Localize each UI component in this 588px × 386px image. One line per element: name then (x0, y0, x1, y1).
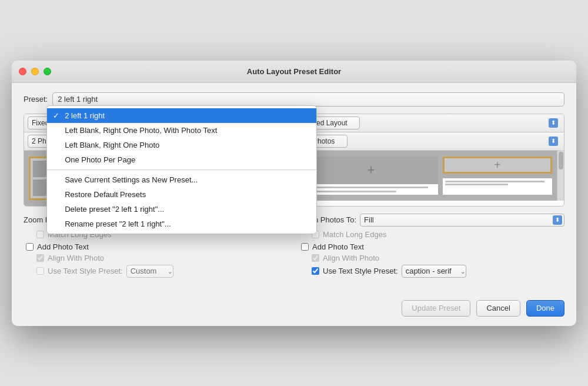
cancel-button[interactable]: Cancel (476, 300, 520, 317)
right-add-photo-text-label: Add Photo Text (312, 242, 364, 251)
dropdown-item-left-blank-right-photo-text[interactable]: Left Blank, Right One Photo, With Photo … (47, 123, 316, 138)
update-preset-button[interactable]: Update Preset (402, 300, 470, 317)
left-match-long-edges-checkbox[interactable] (36, 231, 44, 238)
right-layout-select-wrapper: Fixed Layout (303, 117, 560, 129)
right-panel-toolbar: Fixed Layout (299, 114, 564, 132)
right-text-line-2 (308, 191, 396, 192)
preset-label: Preset: (24, 95, 48, 104)
bottom-bar: Update Preset Cancel Done (12, 294, 576, 326)
left-text-style-select-wrapper: Custom ⌄ (126, 265, 173, 278)
right-text-area (304, 184, 438, 195)
right-use-text-style-checkbox[interactable] (312, 267, 319, 275)
dropdown-item-save-current[interactable]: Save Current Settings as New Preset... (47, 172, 316, 187)
maximize-button[interactable] (44, 68, 51, 75)
right-zoom-select-wrapper: Fill (360, 214, 564, 227)
right-main-col: + (304, 157, 438, 195)
preset-dropdown-menu: 2 left 1 right Left Blank, Right One Pho… (46, 105, 317, 234)
close-button[interactable] (19, 68, 26, 75)
right-col2-text (443, 178, 552, 195)
right-panel-canvas-wrapper: + + (299, 151, 564, 201)
right-layout-select-arrow (549, 118, 558, 128)
dropdown-item-delete-preset[interactable]: Delete preset "2 left 1 right"... (47, 202, 316, 217)
left-use-text-style-checkbox[interactable] (36, 267, 44, 275)
dropdown-item-2left1right[interactable]: 2 left 1 right (47, 108, 316, 123)
left-use-text-style-row: Use Text Style Preset: Custom ⌄ (24, 265, 289, 278)
right-photos-select-wrapper: 2 Photos (303, 135, 560, 148)
right-col2-photo-top: + (443, 157, 552, 174)
dropdown-divider-1 (47, 169, 316, 170)
right-add-photo-text-row: Add Photo Text (299, 242, 564, 251)
preset-select-button[interactable]: 2 left 1 right (52, 92, 564, 107)
right-use-text-style-label: Use Text Style Preset: (323, 267, 398, 275)
minimize-button[interactable] (31, 68, 39, 75)
right-photo-large: + (304, 157, 438, 184)
titlebar: Auto Layout Preset Editor (12, 61, 576, 83)
right-zoom-select[interactable]: Fill (360, 214, 564, 227)
preset-value: 2 left 1 right (58, 95, 98, 104)
right-align-with-photo-label: Align With Photo (323, 254, 379, 262)
dropdown-item-rename-preset[interactable]: Rename preset "2 left 1 right"... (47, 217, 316, 231)
window-content: Preset: 2 left 1 right 2 left 1 right Le… (12, 83, 576, 294)
left-add-photo-text-checkbox[interactable] (26, 243, 34, 251)
right-photos-toolbar: 2 Photos (299, 132, 564, 151)
right-layout-preview: + + (299, 151, 557, 201)
left-text-style-select[interactable]: Custom (126, 265, 173, 278)
right-text-line-1 (308, 187, 428, 188)
left-align-with-photo-checkbox[interactable] (36, 254, 44, 262)
main-window: Auto Layout Preset Editor Preset: 2 left… (12, 61, 576, 326)
right-add-photo-text-checkbox[interactable] (301, 243, 309, 251)
right-align-with-photo-row: Align With Photo (299, 254, 564, 262)
preset-row: Preset: 2 left 1 right 2 left 1 right Le… (24, 92, 564, 107)
traffic-lights (19, 68, 51, 75)
right-text-style-select-wrapper: caption - serif ⌄ (402, 265, 466, 278)
dropdown-item-left-blank-right-photo[interactable]: Left Blank, Right One Photo (47, 138, 316, 152)
right-use-text-style-row: Use Text Style Preset: caption - serif ⌄ (299, 265, 564, 278)
right-panel-canvas: + + (299, 151, 557, 201)
right-scroll-thumb (559, 152, 563, 169)
left-use-text-style-label: Use Text Style Preset: (48, 267, 123, 275)
dropdown-item-restore-defaults[interactable]: Restore Default Presets (47, 187, 316, 202)
left-align-with-photo-label: Align With Photo (48, 254, 104, 262)
right-align-with-photo-checkbox[interactable] (312, 254, 319, 262)
right-panel: Fixed Layout 2 Photos (299, 114, 564, 207)
right-scrollbar[interactable] (557, 151, 564, 201)
dropdown-item-one-photo-per-page[interactable]: One Photo Per Page (47, 152, 316, 167)
right-col2-text-line-1 (445, 181, 544, 182)
right-col2-text-line-2 (445, 184, 508, 185)
left-add-photo-text-label: Add Photo Text (37, 242, 89, 251)
left-align-with-photo-row: Align With Photo (24, 254, 289, 262)
right-text-style-select[interactable]: caption - serif (402, 265, 466, 278)
right-match-long-edges-label: Match Long Edges (323, 230, 386, 239)
preset-select-area: 2 left 1 right 2 left 1 right Left Blank… (52, 92, 564, 107)
right-col2: + (443, 157, 552, 195)
right-match-long-edges-row: Match Long Edges (299, 230, 564, 239)
done-button[interactable]: Done (526, 300, 564, 317)
right-photos-select-arrow (549, 137, 558, 146)
window-title: Auto Layout Preset Editor (247, 67, 341, 76)
left-add-photo-text-row: Add Photo Text (24, 242, 289, 251)
right-controls: Zoom Photos To: Fill Match Long Edges Ad… (299, 214, 564, 280)
right-zoom-row: Zoom Photos To: Fill (299, 214, 564, 227)
